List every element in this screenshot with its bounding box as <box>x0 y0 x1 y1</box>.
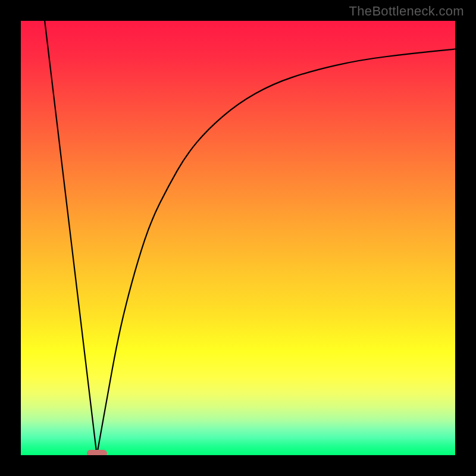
plot-area <box>21 21 455 455</box>
chart-frame: TheBottleneck.com <box>0 0 476 476</box>
watermark-text: TheBottleneck.com <box>349 4 464 19</box>
optimum-marker <box>87 450 107 455</box>
bottleneck-curve <box>21 21 455 455</box>
